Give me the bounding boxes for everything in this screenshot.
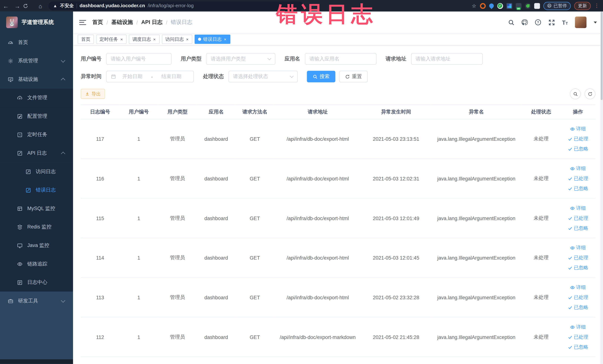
select-用户类型[interactable]: 请选择用户类型 xyxy=(206,53,275,65)
close-tab-icon[interactable]: × xyxy=(153,37,156,42)
close-tab-icon[interactable]: × xyxy=(186,37,189,42)
tab-访问日志[interactable]: 访问日志× xyxy=(162,35,192,44)
action-已处理[interactable]: 已处理 xyxy=(562,213,594,223)
font-size-icon[interactable]: TT xyxy=(561,19,568,26)
browser-forward-icon[interactable]: → xyxy=(12,2,23,9)
action-已忽略[interactable]: 已忽略 xyxy=(562,263,594,273)
input-用户编号[interactable]: 请输入用户编号 xyxy=(106,53,172,65)
action-详细[interactable]: 详细 xyxy=(562,124,594,134)
close-tab-icon[interactable]: × xyxy=(120,37,123,42)
select-处理状态[interactable]: 请选择处理状态 xyxy=(228,71,298,82)
sidebar-item-配置管理[interactable]: 配置管理 xyxy=(0,107,73,126)
address-bar[interactable]: ▲ 不安全 dashboard.yudao.iocoder.cn/infra/l… xyxy=(48,1,304,10)
sidebar-item-文件管理[interactable]: 文件管理 xyxy=(0,88,73,107)
browser-update-button[interactable]: 更新 xyxy=(574,2,591,10)
extension-icon[interactable] xyxy=(506,3,512,9)
column-header-异常名: 异常名 xyxy=(431,105,522,119)
extensions-puzzle-icon[interactable] xyxy=(534,3,540,9)
sidebar-item-链路追踪[interactable]: 链路追踪 xyxy=(0,255,73,273)
browser-menu-icon[interactable]: ⋮ xyxy=(594,4,599,8)
refresh-button[interactable] xyxy=(585,88,595,99)
check-icon xyxy=(568,255,573,260)
action-已处理[interactable]: 已处理 xyxy=(562,174,594,184)
sidebar-item-MySQL 监控[interactable]: MySQL 监控 xyxy=(0,199,73,218)
export-button[interactable]: 导出 xyxy=(81,89,105,99)
bookmark-star-icon[interactable]: ☆ xyxy=(472,3,476,9)
sidebar-item-研发工具[interactable]: 研发工具 xyxy=(0,292,73,310)
action-已处理[interactable]: 已处理 xyxy=(562,134,594,144)
action-已处理[interactable]: 已处理 xyxy=(562,253,594,263)
cell-actions: 详细已处理已忽略 xyxy=(561,119,595,159)
cell-time: 2021-05-03 23:13:51 xyxy=(361,119,431,159)
action-详细[interactable]: 详细 xyxy=(562,282,594,293)
hamburger-icon[interactable] xyxy=(79,19,86,26)
sidebar-item-API 日志[interactable]: API 日志 xyxy=(0,144,73,163)
input-请求地址[interactable]: 请输入请求地址 xyxy=(411,53,483,65)
browser-home-icon[interactable]: ⌂ xyxy=(35,2,46,9)
search-button[interactable]: 搜索 xyxy=(307,71,336,82)
sidebar-item-首页[interactable]: 首页 xyxy=(0,33,73,52)
action-详细[interactable]: 详细 xyxy=(562,164,594,174)
sidebar-item-访问日志[interactable]: 访问日志 xyxy=(0,163,73,181)
help-icon[interactable]: ? xyxy=(534,19,542,26)
reset-button[interactable]: 重置 xyxy=(339,71,368,82)
sidebar-item-日志中心[interactable]: 日志中心 xyxy=(0,273,73,292)
breadcrumb-item[interactable]: API 日志 xyxy=(141,19,162,26)
action-已忽略[interactable]: 已忽略 xyxy=(562,144,594,154)
action-label: 详细 xyxy=(576,243,586,253)
fullscreen-icon[interactable] xyxy=(548,19,555,26)
chevron-up-icon xyxy=(61,78,65,82)
sidebar-item-label: API 日志 xyxy=(27,150,47,156)
tab-错误日志[interactable]: 错误日志× xyxy=(195,35,230,44)
extension-icon[interactable] xyxy=(497,3,503,9)
tab-首页[interactable]: 首页 xyxy=(78,35,94,44)
action-已忽略[interactable]: 已忽略 xyxy=(562,342,594,352)
avatar-caret-down-icon[interactable] xyxy=(594,21,597,23)
browser-reload-icon[interactable] xyxy=(23,3,35,8)
input-应用名[interactable]: 请输入应用名 xyxy=(305,53,376,65)
extension-icon[interactable] xyxy=(488,3,495,9)
extension-icon[interactable] xyxy=(480,3,486,9)
tab-调度日志[interactable]: 调度日志× xyxy=(129,35,160,44)
scrollbar-thumb[interactable] xyxy=(601,12,603,100)
annotation-overlay-text: 错误日志 xyxy=(276,2,376,26)
trace-eye-icon xyxy=(17,261,23,267)
action-已忽略[interactable]: 已忽略 xyxy=(562,223,594,233)
action-已忽略[interactable]: 已忽略 xyxy=(562,184,594,194)
action-已处理[interactable]: 已处理 xyxy=(562,293,594,303)
active-tab-dot xyxy=(198,38,201,41)
page-scrollbar[interactable] xyxy=(600,12,603,364)
sidebar-item-Redis 监控[interactable]: Redis 监控 xyxy=(0,218,73,236)
sidebar-item-Java 监控[interactable]: Java 监控 xyxy=(0,236,73,255)
date-range-picker[interactable]: 开始日期-结束日期 xyxy=(106,71,194,82)
action-已忽略[interactable]: 已忽略 xyxy=(562,303,594,312)
sidebar-item-基础设施[interactable]: 基础设施 xyxy=(0,70,73,89)
close-tab-icon[interactable]: × xyxy=(223,37,227,42)
user-avatar[interactable] xyxy=(575,16,587,28)
action-详细[interactable]: 详细 xyxy=(562,203,594,213)
search-icon[interactable] xyxy=(508,19,515,26)
action-详细[interactable]: 详细 xyxy=(562,243,594,253)
cell-user_id: 1 xyxy=(119,119,158,159)
cell-user_id: 1 xyxy=(119,238,158,278)
github-icon[interactable] xyxy=(521,19,528,26)
action-已处理[interactable]: 已处理 xyxy=(562,332,594,342)
toggle-search-button[interactable] xyxy=(570,88,581,99)
sidebar-item-系统管理[interactable]: 系统管理 xyxy=(0,52,73,70)
extension-icon[interactable] xyxy=(525,3,531,9)
browser-back-icon[interactable]: ← xyxy=(0,2,12,9)
cell-time: 2021-05-03 12:02:31 xyxy=(361,159,431,199)
cell-method: GET xyxy=(235,199,274,238)
breadcrumb-item[interactable]: 基础设施 xyxy=(111,19,133,26)
action-详细[interactable]: 详细 xyxy=(562,322,594,332)
app-logo[interactable]: 🐰 芋道管理系统 xyxy=(0,12,73,33)
extension-icon[interactable] xyxy=(515,3,521,9)
sidebar-item-定时任务[interactable]: 定时任务 xyxy=(0,125,73,144)
breadcrumb-item[interactable]: 首页 xyxy=(92,19,103,26)
tab-定时任务[interactable]: 定时任务× xyxy=(96,35,127,44)
sidebar-collapse-bar[interactable] xyxy=(0,359,73,364)
sidebar-item-错误日志[interactable]: 错误日志 xyxy=(0,181,73,199)
extension-paused-badge[interactable]: 😄已暂停 xyxy=(543,2,571,10)
cell-status: 未处理 xyxy=(522,238,561,278)
cell-id: 116 xyxy=(81,159,120,199)
